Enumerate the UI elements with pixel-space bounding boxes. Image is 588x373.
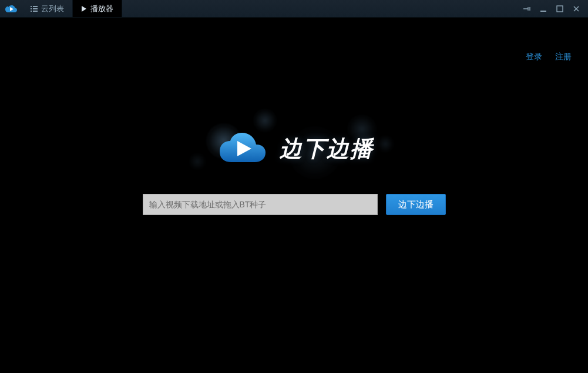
svg-rect-6: [540, 11, 546, 12]
content-area: 登录 注册: [0, 18, 588, 373]
window-controls: [515, 0, 588, 17]
close-button[interactable]: [572, 4, 581, 14]
tab-player[interactable]: 播放器: [73, 0, 122, 17]
tab-cloud-list[interactable]: 云列表: [22, 0, 73, 17]
svg-rect-1: [33, 6, 38, 7]
app-logo-icon: [0, 0, 22, 17]
pin-button[interactable]: [522, 4, 532, 14]
hero: 边下边播 边下边播: [143, 128, 446, 215]
svg-rect-5: [33, 11, 38, 12]
svg-rect-7: [557, 6, 563, 12]
search-row: 边下边播: [143, 194, 446, 215]
login-link[interactable]: 登录: [526, 52, 542, 62]
play-download-button[interactable]: 边下边播: [386, 194, 446, 215]
svg-rect-3: [33, 8, 38, 9]
svg-rect-4: [31, 11, 32, 12]
brand-title: 边下边播: [280, 134, 374, 164]
play-icon: [81, 6, 87, 12]
logo-row: 边下边播: [215, 128, 374, 169]
register-link[interactable]: 注册: [555, 52, 572, 62]
titlebar-drag-area[interactable]: [122, 0, 515, 17]
auth-links: 登录 注册: [526, 52, 572, 62]
list-icon: [31, 6, 38, 12]
minimize-button[interactable]: [539, 4, 548, 14]
svg-rect-0: [31, 6, 32, 7]
maximize-button[interactable]: [555, 4, 565, 14]
url-input[interactable]: [143, 194, 378, 215]
tab-player-label: 播放器: [90, 4, 113, 14]
tab-cloud-list-label: 云列表: [41, 4, 64, 14]
titlebar: 云列表 播放器: [0, 0, 588, 18]
svg-rect-2: [31, 8, 32, 9]
cloud-play-logo-icon: [215, 128, 269, 169]
